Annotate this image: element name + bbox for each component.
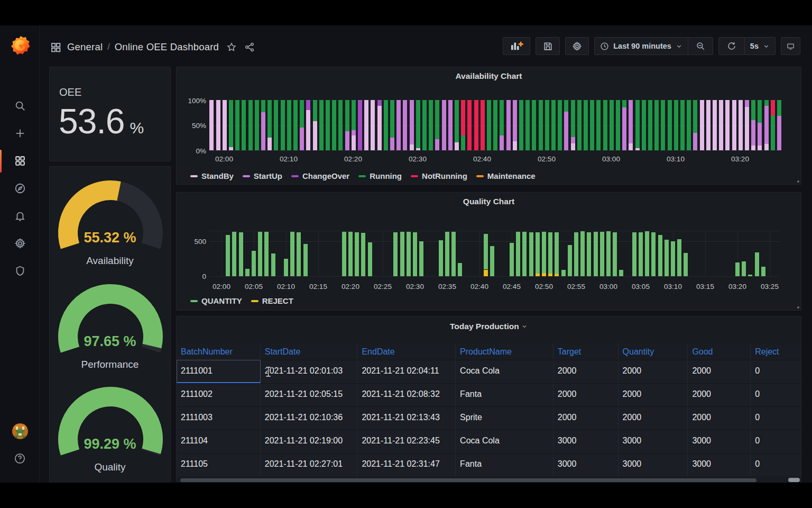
table-cell[interactable]: 2000: [553, 360, 619, 383]
zoom-out-button[interactable]: [688, 37, 713, 55]
table-cell[interactable]: 2021-11-21 02:23:45: [357, 430, 456, 453]
x-axis-label: 02:50: [535, 283, 553, 291]
help-icon[interactable]: [0, 448, 40, 469]
alerting-bell-icon[interactable]: [0, 205, 40, 226]
availability-legend: StandByStartUpChangeOverRunningNotRunnin…: [190, 171, 536, 180]
add-panel-button[interactable]: [503, 37, 530, 55]
share-icon[interactable]: [244, 42, 255, 52]
table-cell[interactable]: 2021-11-21 02:13:43: [357, 407, 456, 430]
table-cell[interactable]: 2111002: [177, 384, 261, 406]
x-axis-label: 02:45: [503, 283, 521, 291]
legend-item-quantity[interactable]: QUANTITY: [190, 296, 242, 305]
table-cell[interactable]: 2000: [553, 407, 619, 430]
table-cell[interactable]: 2021-11-21 02:01:03: [261, 360, 358, 383]
table-cell[interactable]: 3000: [688, 430, 751, 453]
configuration-gear-icon[interactable]: [0, 233, 40, 254]
table-cell[interactable]: 2021-11-21 02:08:32: [357, 384, 456, 406]
table-cell[interactable]: 2021-11-21 02:04:11: [357, 360, 456, 383]
column-header-quantity[interactable]: Quantity: [619, 343, 688, 360]
quality-quantity-bar: [264, 232, 269, 276]
column-header-target[interactable]: Target: [553, 343, 619, 360]
table-cell[interactable]: 2000: [619, 360, 688, 383]
quality-chart-title[interactable]: Quality Chart: [177, 197, 801, 206]
table-panel-title[interactable]: Today Production: [177, 322, 801, 331]
table-cell[interactable]: 2000: [619, 407, 688, 430]
table-cell[interactable]: 2000: [688, 384, 751, 406]
star-icon[interactable]: [226, 42, 237, 52]
table-cell[interactable]: 0: [751, 453, 801, 476]
availability-bar-segment: [771, 100, 775, 115]
table-cell[interactable]: 2000: [553, 384, 619, 406]
column-header-productname[interactable]: ProductName: [456, 343, 553, 360]
tv-kiosk-button[interactable]: [781, 37, 800, 55]
table-cell[interactable]: 0: [751, 384, 801, 406]
table-cell[interactable]: 0: [751, 430, 801, 453]
table-cell[interactable]: 0: [751, 360, 801, 383]
page-title[interactable]: Online OEE Dashboard: [115, 41, 219, 53]
panel-menu-chevron-icon[interactable]: [521, 322, 528, 331]
table-cell[interactable]: 2021-11-21 02:19:00: [261, 430, 358, 453]
table-cell[interactable]: 2111003: [177, 407, 261, 430]
table-cell[interactable]: Coca Cola: [456, 430, 553, 453]
table-cell[interactable]: 0: [751, 407, 801, 430]
table-cell[interactable]: Fanta: [456, 453, 553, 476]
legend-item-standby[interactable]: StandBy: [190, 171, 234, 180]
explore-compass-icon[interactable]: [0, 178, 40, 199]
table-cell[interactable]: 2021-11-21 02:27:01: [261, 453, 358, 476]
dashboard-settings-button[interactable]: [565, 37, 589, 55]
breadcrumb-folder[interactable]: General: [67, 41, 103, 53]
table-cell[interactable]: 2111001: [177, 360, 261, 383]
column-header-startdate[interactable]: StartDate: [261, 343, 358, 360]
table-cell[interactable]: 3000: [553, 430, 619, 453]
table-cell[interactable]: Sprite: [456, 407, 553, 430]
legend-item-reject[interactable]: REJECT: [251, 296, 293, 305]
table-cell[interactable]: 2000: [688, 407, 751, 430]
table-cell[interactable]: 2021-11-21 02:31:47: [357, 453, 456, 476]
availability-bar-segment: [313, 121, 317, 150]
table-cell[interactable]: 3000: [553, 453, 619, 476]
quality-quantity-bar: [232, 232, 236, 276]
table-cell[interactable]: 3000: [619, 430, 688, 453]
time-range-picker[interactable]: Last 90 minutes: [594, 37, 688, 55]
availability-bar-segment: [513, 100, 517, 141]
table-cell[interactable]: 211104: [177, 430, 261, 453]
admin-shield-icon[interactable]: [0, 260, 40, 282]
legend-item-running[interactable]: Running: [358, 171, 402, 180]
grafana-logo-icon[interactable]: [10, 35, 31, 56]
column-header-reject[interactable]: Reject: [751, 343, 801, 360]
quality-quantity-bar: [677, 239, 681, 276]
refresh-interval-picker[interactable]: 5s: [744, 37, 776, 55]
refresh-button[interactable]: [718, 37, 745, 55]
table-cell[interactable]: 2021-11-21 02:10:36: [261, 407, 358, 430]
dashboards-icon[interactable]: [0, 150, 40, 171]
availability-bar-segment: [384, 100, 388, 150]
table-cell[interactable]: 2000: [619, 384, 688, 406]
availability-bar-segment: [571, 143, 575, 150]
table-cell[interactable]: 3000: [619, 453, 688, 476]
create-plus-icon[interactable]: [0, 123, 40, 144]
gauge-value: 55.32 %: [50, 230, 170, 246]
quality-quantity-bar: [355, 232, 359, 276]
table-cell[interactable]: 2000: [688, 360, 751, 383]
legend-item-changeover[interactable]: ChangeOver: [291, 171, 349, 180]
column-header-good[interactable]: Good: [688, 343, 751, 360]
availability-chart-title[interactable]: Availability Chart: [177, 71, 801, 81]
user-avatar[interactable]: [0, 421, 40, 442]
column-header-enddate[interactable]: EndDate: [357, 343, 456, 360]
legend-item-maintenance[interactable]: Maintenance: [476, 171, 536, 180]
legend-item-startup[interactable]: StartUp: [243, 171, 282, 180]
save-dashboard-button[interactable]: [536, 37, 560, 55]
legend-item-notrunning[interactable]: NotRunning: [411, 171, 467, 180]
table-hscrollbar-thumb[interactable]: [180, 478, 756, 482]
table-cell[interactable]: Fanta: [456, 384, 553, 406]
column-header-batchnumber[interactable]: BatchNumber: [177, 343, 261, 360]
table-cell[interactable]: Coca Cola: [456, 360, 553, 383]
availability-bar-segment: [777, 100, 781, 116]
table-cell[interactable]: 2021-11-21 02:05:15: [261, 384, 358, 406]
table-cell[interactable]: 211105: [177, 453, 261, 476]
search-icon[interactable]: [0, 95, 40, 116]
panel-resize-handle[interactable]: [797, 306, 799, 309]
table-scrollbar-corner[interactable]: [788, 478, 800, 482]
panel-resize-handle[interactable]: [797, 180, 799, 183]
table-cell[interactable]: 3000: [688, 453, 751, 476]
